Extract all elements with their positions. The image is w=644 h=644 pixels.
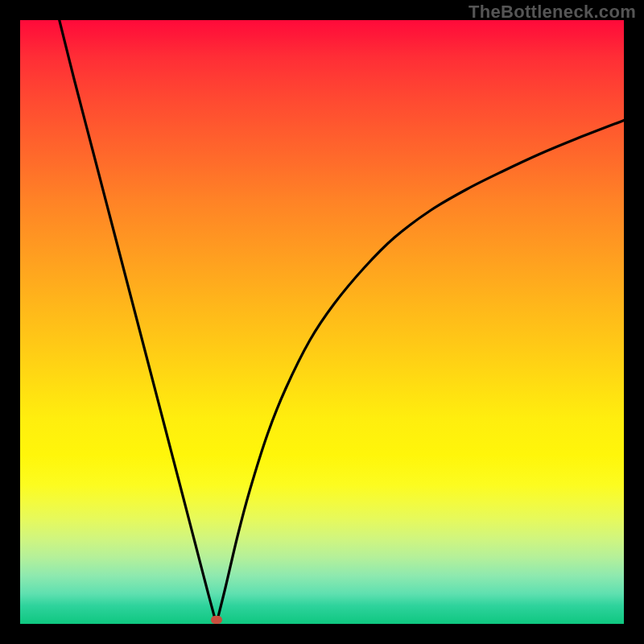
watermark-text: TheBottleneck.com — [469, 2, 636, 23]
dip-marker — [211, 616, 222, 624]
series-right-branch — [217, 121, 624, 625]
series-left-branch — [60, 20, 217, 624]
curve-svg — [20, 20, 624, 624]
plot-area — [20, 20, 624, 624]
chart-frame: TheBottleneck.com — [0, 0, 644, 644]
